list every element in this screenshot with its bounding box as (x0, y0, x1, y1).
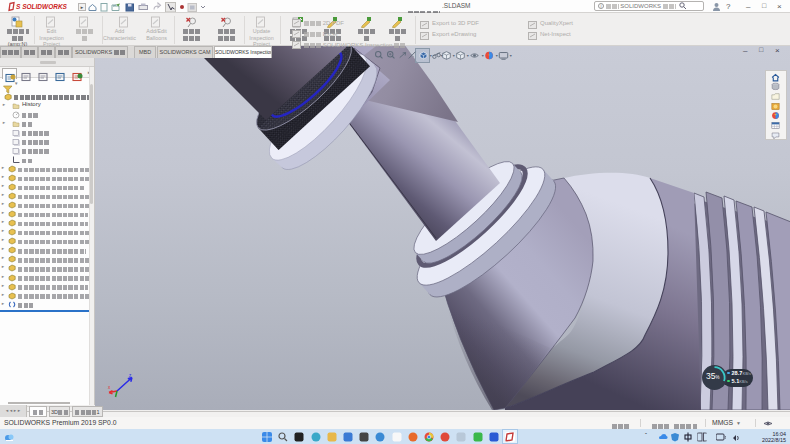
svg-text:x: x (108, 385, 111, 390)
svg-text:S SOLIDWORKS: S SOLIDWORKS (16, 3, 68, 10)
